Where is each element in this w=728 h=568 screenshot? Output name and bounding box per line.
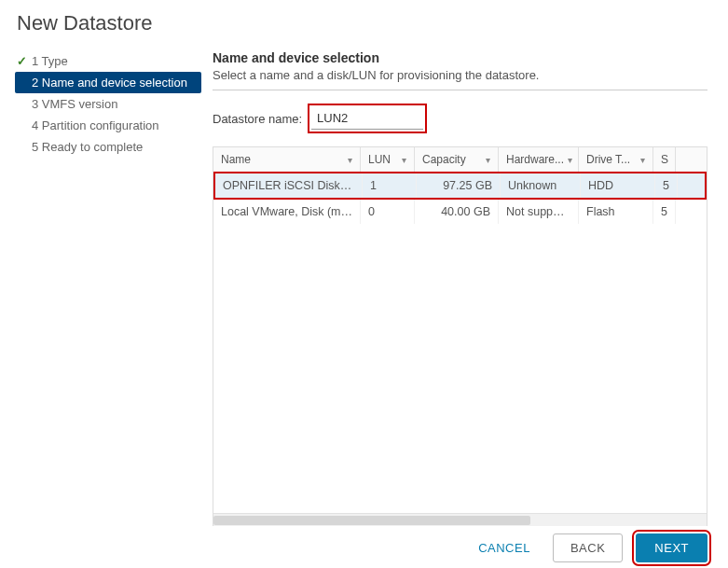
col-header-capacity[interactable]: Capacity ▾ bbox=[415, 147, 499, 172]
cell-capacity: 40.00 GB bbox=[415, 200, 499, 224]
col-header-drive-type-label: Drive T... bbox=[586, 153, 630, 166]
step-2-name-device[interactable]: 2 Name and device selection bbox=[15, 72, 201, 93]
col-header-name-label: Name bbox=[221, 153, 251, 166]
grid-empty-area bbox=[213, 224, 707, 513]
dialog-title: New Datastore bbox=[0, 0, 728, 45]
datastore-name-highlight bbox=[308, 104, 427, 133]
cell-s: 5 bbox=[653, 200, 676, 224]
cell-name: OPNFILER iSCSI Disk (t10.... bbox=[215, 173, 363, 198]
disk-grid: Name ▾ LUN ▾ Capacity ▾ Hardware... ▾ Dr… bbox=[213, 146, 707, 526]
cell-s: 5 bbox=[655, 173, 678, 198]
step-3-vmfs-version[interactable]: 3 VMFS version bbox=[15, 93, 201, 115]
footer-actions: CANCEL BACK NEXT bbox=[0, 533, 728, 562]
col-header-capacity-label: Capacity bbox=[422, 153, 466, 166]
col-header-name[interactable]: Name ▾ bbox=[213, 147, 361, 172]
col-header-lun[interactable]: LUN ▾ bbox=[361, 147, 415, 172]
datastore-name-input[interactable] bbox=[311, 107, 423, 130]
section-subtitle: Select a name and a disk/LUN for provisi… bbox=[213, 65, 707, 90]
chevron-down-icon: ▾ bbox=[402, 155, 406, 165]
scrollbar-thumb[interactable] bbox=[213, 516, 530, 525]
grid-row-highlight: OPNFILER iSCSI Disk (t10.... 1 97.25 GB … bbox=[213, 172, 707, 200]
datastore-name-label: Datastore name: bbox=[213, 112, 302, 126]
col-header-hardware[interactable]: Hardware... ▾ bbox=[499, 147, 579, 172]
col-header-s-label: S bbox=[661, 153, 668, 166]
cell-hardware: Unknown bbox=[501, 173, 581, 198]
main-area: 1 Type 2 Name and device selection 3 VMF… bbox=[0, 45, 728, 526]
step-1-type[interactable]: 1 Type bbox=[15, 50, 201, 72]
cell-lun: 1 bbox=[363, 173, 417, 198]
col-header-drive-type[interactable]: Drive T... ▾ bbox=[579, 147, 653, 172]
content-panel: Name and device selection Select a name … bbox=[201, 45, 728, 526]
chevron-down-icon: ▾ bbox=[640, 155, 645, 165]
cell-hardware: Not suppor... bbox=[499, 200, 579, 224]
chevron-down-icon: ▾ bbox=[348, 155, 352, 165]
cell-name: Local VMware, Disk (mpx.... bbox=[213, 200, 361, 224]
col-header-hardware-label: Hardware... bbox=[506, 153, 564, 166]
grid-header: Name ▾ LUN ▾ Capacity ▾ Hardware... ▾ Dr… bbox=[213, 147, 707, 172]
back-button[interactable]: BACK bbox=[553, 533, 623, 562]
step-5-ready[interactable]: 5 Ready to complete bbox=[15, 136, 201, 158]
col-header-lun-label: LUN bbox=[368, 153, 391, 166]
cell-drive-type: HDD bbox=[581, 173, 655, 198]
datastore-name-row: Datastore name: bbox=[213, 104, 707, 133]
table-row[interactable]: OPNFILER iSCSI Disk (t10.... 1 97.25 GB … bbox=[215, 173, 705, 198]
table-row[interactable]: Local VMware, Disk (mpx.... 0 40.00 GB N… bbox=[213, 200, 707, 224]
cell-drive-type: Flash bbox=[579, 200, 653, 224]
chevron-down-icon: ▾ bbox=[568, 155, 572, 165]
section-title: Name and device selection bbox=[213, 50, 707, 65]
step-4-partition-config[interactable]: 4 Partition configuration bbox=[15, 115, 201, 136]
cell-capacity: 97.25 GB bbox=[417, 173, 501, 198]
cell-lun: 0 bbox=[361, 200, 415, 224]
chevron-down-icon: ▾ bbox=[486, 155, 490, 165]
next-button[interactable]: NEXT bbox=[636, 533, 707, 562]
cancel-button[interactable]: CANCEL bbox=[469, 533, 540, 562]
col-header-s[interactable]: S bbox=[653, 147, 676, 172]
grid-horizontal-scrollbar[interactable] bbox=[213, 513, 707, 526]
wizard-steps: 1 Type 2 Name and device selection 3 VMF… bbox=[15, 45, 201, 526]
